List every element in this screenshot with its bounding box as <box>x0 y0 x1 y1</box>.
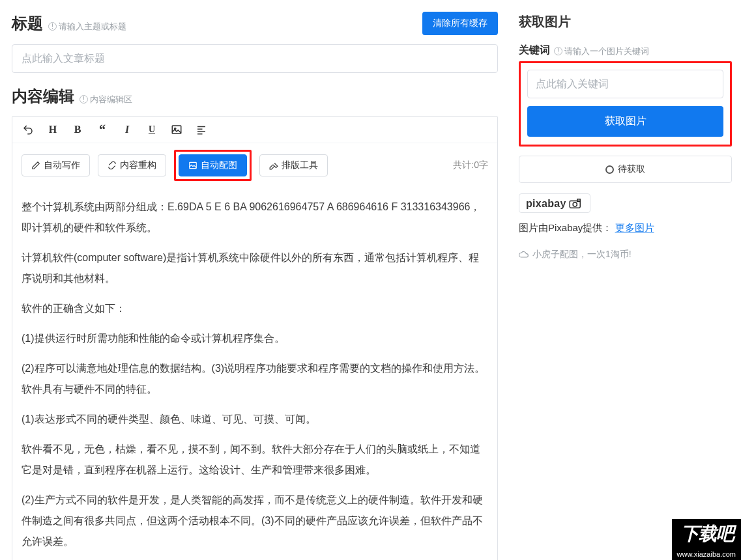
content-paragraph: 软件的正确含义如下： <box>22 298 488 319</box>
content-edit-hint: ! 内容编辑区 <box>80 94 132 105</box>
sidebar-title: 获取图片 <box>519 13 732 31</box>
content-area[interactable]: 整个计算机系统由两部分组成：E.69DA 5 E 6 BA 9062616964… <box>12 188 497 560</box>
keyword-input[interactable] <box>527 70 723 98</box>
svg-rect-9 <box>577 199 579 202</box>
italic-icon[interactable]: I <box>121 123 134 136</box>
keyword-hint: ! 请输入一个图片关键词 <box>554 46 649 57</box>
content-paragraph: 整个计算机系统由两部分组成：E.69DA 5 E 6 BA 9062616964… <box>22 197 488 238</box>
title-hint: ! 请输入主题或标题 <box>48 21 126 33</box>
content-paragraph: (1)表达形式不同的硬件类型、颜色、味道、可见、可摸、可闻。 <box>22 409 488 430</box>
format-toolbar: H B “ I U <box>12 117 497 143</box>
word-count: 共计:0字 <box>453 160 488 171</box>
fetch-image-button[interactable]: 获取图片 <box>527 106 723 137</box>
footer-note: 小虎子配图，一次1淘币! <box>519 249 732 260</box>
title-label: 标题 <box>12 13 43 34</box>
camera-icon <box>569 199 583 209</box>
align-left-icon[interactable] <box>195 123 208 136</box>
auto-write-button[interactable]: 自动写作 <box>22 154 90 176</box>
action-toolbar: 自动写作 内容重构 自动配图 排版工具 共计:0字 <box>12 143 497 188</box>
circle-icon <box>605 165 614 174</box>
content-paragraph: (2)生产方式不同的软件是开发，是人类智能的高发挥，而不是传统意义上的硬件制造。… <box>22 490 488 552</box>
pending-status: 待获取 <box>519 156 732 183</box>
highlight-auto-image: 自动配图 <box>174 150 252 181</box>
content-paragraph: 计算机软件(computer software)是指计算机系统中除硬件以外的所有… <box>22 247 488 289</box>
content-paragraph: 软件看不见，无色，枯燥，看不见，摸不到，闻不到。软件大部分存在于人们的头脑或纸上… <box>22 439 488 481</box>
undo-icon[interactable] <box>22 123 35 136</box>
quote-icon[interactable]: “ <box>96 123 109 136</box>
clear-cache-button[interactable]: 清除所有缓存 <box>422 12 498 35</box>
bold-icon[interactable]: B <box>71 123 84 136</box>
content-paragraph: (1)提供运行时所需功能和性能的命令或计算机程序集合。 <box>22 328 488 349</box>
article-title-input[interactable] <box>12 44 498 73</box>
editor-box: H B “ I U 自动写作 内容重构 <box>12 116 498 560</box>
svg-point-8 <box>573 203 577 206</box>
auto-image-button[interactable]: 自动配图 <box>179 154 247 176</box>
info-icon: ! <box>48 22 57 31</box>
content-paragraph: (2)程序可以满意地处理信息的数据结构。(3)说明程序功能要求和程序需要的文档的… <box>22 358 488 400</box>
watermark: 下载吧 www.xiazaiba.com <box>672 519 741 560</box>
content-edit-label: 内容编辑 <box>12 86 74 107</box>
image-icon[interactable] <box>170 123 183 136</box>
layout-tool-button[interactable]: 排版工具 <box>259 154 328 176</box>
pixabay-badge: pixabay <box>519 193 590 213</box>
info-icon: ! <box>554 47 562 55</box>
keyword-label: 关键词 <box>519 44 550 57</box>
title-section-header: 标题 ! 请输入主题或标题 清除所有缓存 <box>12 12 498 35</box>
heading-icon[interactable]: H <box>46 123 59 136</box>
image-credit: 图片由Pixabay提供： 更多图片 <box>519 222 732 234</box>
underline-icon[interactable]: U <box>145 123 158 136</box>
info-icon: ! <box>80 95 88 104</box>
cloud-icon <box>519 251 529 259</box>
restructure-button[interactable]: 内容重构 <box>98 154 166 176</box>
more-images-link[interactable]: 更多图片 <box>615 222 654 233</box>
highlight-keyword-block: 获取图片 <box>519 61 732 147</box>
